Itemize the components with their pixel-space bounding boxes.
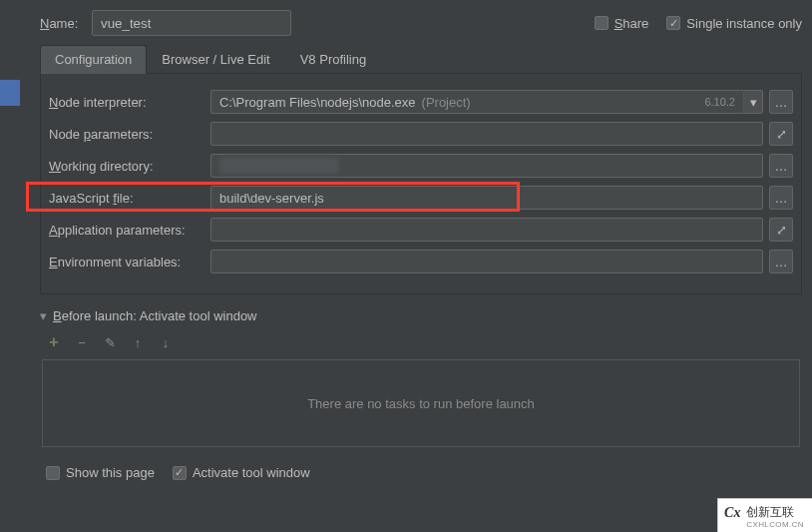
ellipsis-icon: … xyxy=(775,191,788,206)
checkbox-icon xyxy=(595,16,609,30)
node-parameters-label: Node parameters: xyxy=(49,127,210,142)
browse-button[interactable]: … xyxy=(769,154,793,178)
name-label: Name: xyxy=(40,16,92,31)
watermark: Cx 创新互联 CXHLCOM.CN xyxy=(717,498,812,532)
application-parameters-label: Application parameters: xyxy=(49,223,210,238)
show-this-page-checkbox[interactable]: Show this page xyxy=(46,465,155,480)
tab-v8[interactable]: V8 Profiling xyxy=(285,45,381,74)
row-node-parameters: Node parameters: ⤢ xyxy=(49,120,793,148)
checkbox-icon xyxy=(666,16,680,30)
row-environment-variables: Environment variables: … xyxy=(49,248,793,275)
environment-variables-label: Environment variables: xyxy=(49,255,210,269)
ellipsis-icon: … xyxy=(775,255,788,269)
watermark-logo-icon: Cx xyxy=(722,503,742,523)
expand-icon: ⤢ xyxy=(776,223,787,238)
javascript-file-label: JavaScript file: xyxy=(49,191,210,206)
add-icon[interactable]: + xyxy=(46,333,62,351)
tab-browser[interactable]: Browser / Live Edit xyxy=(147,45,284,74)
node-parameters-input[interactable] xyxy=(210,122,763,146)
down-icon[interactable]: ↓ xyxy=(158,335,174,350)
node-interpreter-version: 6.10.2 xyxy=(696,90,743,114)
expand-button[interactable]: ⤢ xyxy=(769,218,793,242)
before-launch-title: Before launch: Activate tool window xyxy=(53,308,257,323)
checkbox-icon xyxy=(46,466,60,480)
single-instance-checkbox[interactable]: Single instance only xyxy=(666,16,802,31)
configuration-panel: Node interpreter: C:\Program Files\nodej… xyxy=(40,74,802,294)
environment-variables-input[interactable] xyxy=(210,250,763,273)
working-directory-label: Working directory: xyxy=(49,159,210,174)
remove-icon[interactable]: − xyxy=(74,335,90,350)
checkbox-icon xyxy=(173,466,187,480)
collapse-icon[interactable]: ▾ xyxy=(40,308,47,323)
empty-tasks-text: There are no tasks to run before launch xyxy=(307,396,535,411)
browse-button[interactable]: … xyxy=(769,250,793,273)
activate-tool-window-checkbox[interactable]: Activate tool window xyxy=(173,465,310,480)
before-launch-toolbar: + − ✎ ↑ ↓ xyxy=(40,331,802,359)
row-javascript-file: JavaScript file: build\dev-server.js … xyxy=(49,184,793,212)
application-parameters-input[interactable] xyxy=(210,218,763,242)
before-launch-tasks: There are no tasks to run before launch xyxy=(42,359,800,447)
javascript-file-input[interactable]: build\dev-server.js xyxy=(210,186,763,210)
row-working-directory: Working directory: … xyxy=(49,152,793,180)
ellipsis-icon: … xyxy=(775,159,788,174)
before-launch-section: ▾ Before launch: Activate tool window + … xyxy=(40,308,802,480)
tabs: Configuration Browser / Live Edit V8 Pro… xyxy=(40,44,802,74)
name-input[interactable] xyxy=(92,10,291,36)
row-application-parameters: Application parameters: ⤢ xyxy=(49,216,793,244)
browse-button[interactable]: … xyxy=(769,186,793,210)
browse-button[interactable]: … xyxy=(769,90,793,114)
left-gutter xyxy=(0,0,20,532)
up-icon[interactable]: ↑ xyxy=(130,335,146,350)
working-directory-input[interactable] xyxy=(210,154,763,178)
edit-icon[interactable]: ✎ xyxy=(102,335,118,350)
tab-configuration[interactable]: Configuration xyxy=(40,45,147,74)
ellipsis-icon: … xyxy=(775,95,788,110)
gutter-selection xyxy=(0,80,20,106)
row-node-interpreter: Node interpreter: C:\Program Files\nodej… xyxy=(49,88,793,116)
node-interpreter-label: Node interpreter: xyxy=(49,95,210,110)
expand-button[interactable]: ⤢ xyxy=(769,122,793,146)
share-checkbox[interactable]: Share xyxy=(595,16,649,31)
chevron-down-icon: ▾ xyxy=(750,95,757,110)
redacted-text xyxy=(219,158,339,174)
expand-icon: ⤢ xyxy=(776,127,787,142)
node-interpreter-dropdown[interactable]: ▾ xyxy=(743,90,763,114)
node-interpreter-input[interactable]: C:\Program Files\nodejs\node.exe (Projec… xyxy=(210,90,696,114)
